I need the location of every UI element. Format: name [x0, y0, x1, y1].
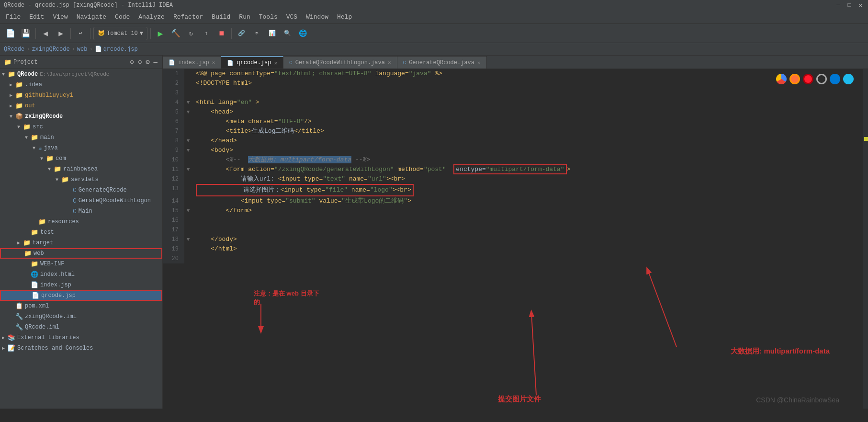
build-button[interactable]: 🔨 — [169, 27, 182, 40]
menu-item-file[interactable]: File — [2, 12, 24, 22]
tree-item-rainbowsea[interactable]: ▼ 📁 rainbowsea — [0, 164, 162, 174]
tree-item-index-jsp[interactable]: 📄 index.jsp — [0, 280, 162, 290]
line-content-3 — [192, 88, 868, 98]
tree-item-qrcode-iml[interactable]: 🔧 QRcode.iml — [0, 322, 162, 332]
tomcat-config-button[interactable]: 🐱 Tomcat 10 ▼ — [93, 27, 147, 40]
tab-generate-java[interactable]: C GenerateQRcode.java ✕ — [397, 56, 487, 68]
fold-8: ▼ — [184, 136, 192, 146]
menu-item-help[interactable]: Help — [333, 12, 356, 22]
update-button[interactable]: ⇑ — [200, 27, 213, 40]
menu-item-vcs[interactable]: VCS — [282, 12, 301, 22]
tree-item-zxingqrcode[interactable]: ▼ 📦 zxingQRcode — [0, 111, 162, 122]
tree-item-scratches[interactable]: ▶ 📝 Scratches and Consoles — [0, 343, 162, 354]
tree-item-qrcode-jsp[interactable]: 📄 qrcode.jsp — [0, 290, 162, 301]
line-content-10: <%-- 大数据用: multipart/form-data --%> — [192, 155, 868, 165]
tab-qrcode-jsp-label: qrcode.jsp — [237, 59, 271, 66]
breadcrumb-qrcode-jsp[interactable]: 📄qrcode.jsp — [95, 46, 138, 53]
menu-item-analyze[interactable]: Analyze — [135, 12, 169, 22]
tab-generate-java-close[interactable]: ✕ — [477, 59, 481, 66]
breadcrumb-sep-3: › — [89, 46, 92, 53]
ie-icon[interactable] — [843, 74, 854, 84]
profiler-button[interactable]: 📊 — [265, 27, 279, 40]
chrome-icon[interactable] — [776, 74, 787, 84]
tree-item-test[interactable]: 📁 test — [0, 227, 162, 238]
sidebar-header: 📁 Project ⊕ ⊖ ⚙ — — [0, 56, 162, 69]
tree-item-gerateqrcode[interactable]: C GerateQRcodeWithLogon — [0, 195, 162, 206]
sidebar-collapse-button[interactable]: ⊖ — [137, 57, 143, 67]
tree-item-webinf[interactable]: 📁 WEB-INF — [0, 259, 162, 269]
breadcrumb-zxingqrcode[interactable]: zxingQRcode — [32, 46, 69, 53]
code-editor[interactable]: 1 <%@ page contentType="text/html; chars… — [163, 69, 868, 409]
tree-item-zxing-iml[interactable]: 🔧 zxingQRcode.iml — [0, 311, 162, 322]
tree-item-com[interactable]: ▼ 📁 com — [0, 153, 162, 164]
tree-item-githubliuyueyi[interactable]: ▶ 📁 githubliuyueyi — [0, 90, 162, 101]
tree-item-index-html[interactable]: 🌐 index.html — [0, 269, 162, 280]
back-button[interactable]: ◀ — [39, 27, 52, 40]
tree-item-main[interactable]: ▼ 📁 main — [0, 132, 162, 143]
undo-button[interactable]: ↩ — [74, 27, 87, 40]
menu-item-code[interactable]: Code — [111, 12, 134, 22]
sidebar-settings-button[interactable]: ⚙ — [145, 57, 150, 67]
tab-index-jsp-close[interactable]: ✕ — [212, 59, 215, 66]
menu-item-view[interactable]: View — [49, 12, 71, 22]
breadcrumb-web[interactable]: web — [77, 46, 88, 53]
forward-button[interactable]: ▶ — [54, 27, 68, 40]
edge-icon[interactable] — [830, 74, 840, 84]
tree-item-servlets[interactable]: ▼ 📁 servlets — [0, 174, 162, 185]
code-line-18: 18 ▼ </body> — [163, 235, 868, 244]
tab-qrcode-jsp-close[interactable]: ✕ — [274, 60, 277, 66]
tree-item-target[interactable]: ▶ 📁 target — [0, 238, 162, 248]
tree-item-out[interactable]: ▶ 📁 out — [0, 101, 162, 111]
tree-item-generateqrcode[interactable]: C GenerateQRcode — [0, 185, 162, 195]
tree-item-java[interactable]: ▼ ☕ java — [0, 143, 162, 153]
menu-item-window[interactable]: Window — [302, 12, 332, 22]
tree-item-src[interactable]: ▼ 📁 src — [0, 122, 162, 132]
tree-item-resources[interactable]: 📁 resources — [0, 217, 162, 227]
sidebar-close-button[interactable]: — — [153, 57, 158, 67]
firefox-icon[interactable] — [789, 74, 800, 84]
src-icon: 📁 — [23, 123, 31, 131]
opera-icon[interactable] — [803, 74, 813, 84]
breadcrumb-qrcode[interactable]: QRcode — [4, 46, 24, 53]
sidebar-expand-button[interactable]: ⊕ — [129, 57, 135, 67]
close-button[interactable]: ✕ — [857, 2, 864, 9]
main-class-icon: C — [73, 208, 77, 215]
extlibs-arrow: ▶ — [2, 335, 8, 341]
titlebar-controls[interactable]: — □ ✕ — [834, 2, 864, 9]
circle-icon[interactable] — [816, 74, 827, 84]
translate-button[interactable]: 🌐 — [296, 27, 309, 40]
tree-item-web[interactable]: 📁 web — [0, 248, 162, 259]
menu-item-run[interactable]: Run — [235, 12, 254, 22]
code-line-4: 4 ▼ <html lang="en" > — [163, 98, 868, 107]
stop-button[interactable]: ■ — [215, 27, 228, 40]
separator-1 — [35, 28, 36, 39]
new-file-button[interactable]: 📄 — [4, 27, 17, 40]
tree-item-pom[interactable]: 📋 pom.xml — [0, 301, 162, 311]
menu-item-refactor[interactable]: Refactor — [169, 12, 207, 22]
menu-item-tools[interactable]: Tools — [255, 12, 282, 22]
search-everywhere-button[interactable]: 🔍 — [281, 27, 294, 40]
coverage-button[interactable]: ☂ — [250, 27, 263, 40]
tree-item-main-class[interactable]: C Main — [0, 206, 162, 217]
tab-index-jsp[interactable]: 📄 index.jsp ✕ — [163, 56, 221, 68]
attach-debugger-button[interactable]: 🔗 — [235, 27, 248, 40]
save-button[interactable]: 💾 — [19, 27, 33, 40]
gerwith-label: GerateQRcodeWithLogon — [79, 197, 151, 204]
line-num-19: 19 — [163, 244, 184, 254]
line-num-10: 10 — [163, 155, 184, 165]
reload-button[interactable]: ↻ — [184, 27, 198, 40]
tab-gerate-java[interactable]: C GerateQRcodeWithLogon.java ✕ — [283, 56, 397, 68]
menu-item-edit[interactable]: Edit — [25, 12, 48, 22]
menu-item-navigate[interactable]: Navigate — [73, 12, 110, 22]
tree-item-idea[interactable]: ▶ 📁 .idea — [0, 80, 162, 90]
fold-10 — [184, 155, 192, 165]
qrcodeiml-icon: 🔧 — [15, 323, 23, 331]
run-button[interactable]: ▶ — [154, 27, 167, 40]
tab-qrcode-jsp[interactable]: 📄 qrcode.jsp ✕ — [221, 56, 283, 68]
menu-item-build[interactable]: Build — [208, 12, 234, 22]
maximize-button[interactable]: □ — [846, 2, 853, 9]
tree-item-root[interactable]: ▼ 📁 QRcode E:\Java\project\QRcode — [0, 69, 162, 80]
tab-gerate-java-close[interactable]: ✕ — [388, 59, 391, 66]
tree-item-external-libs[interactable]: ▶ 📚 External Libraries — [0, 332, 162, 343]
minimize-button[interactable]: — — [834, 2, 842, 9]
